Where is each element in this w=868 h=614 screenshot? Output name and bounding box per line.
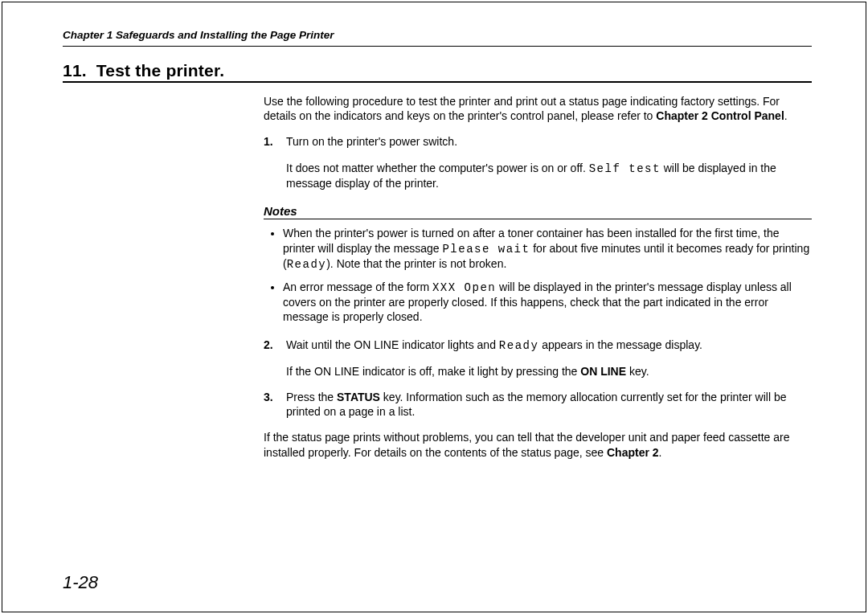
step-1-body: Turn on the printer's power switch. It d… bbox=[286, 134, 812, 190]
step-2-number: 2. bbox=[264, 338, 286, 352]
step-2-line2c: key. bbox=[626, 365, 649, 378]
closing-a: If the status page prints without proble… bbox=[264, 431, 790, 458]
step-2-body: Wait until the ON LINE indicator lights … bbox=[286, 338, 812, 379]
step-1-line2a: It does not matter whether the computer'… bbox=[286, 162, 589, 174]
step-3-body: Press the STATUS key. Information such a… bbox=[286, 390, 812, 419]
intro-text-c: . bbox=[784, 109, 788, 122]
notes-list: When the printer's power is turned on af… bbox=[264, 226, 812, 324]
intro-paragraph: Use the following procedure to test the … bbox=[264, 94, 812, 123]
manual-page: Chapter 1 Safeguards and Installing the … bbox=[0, 0, 868, 614]
step-2-bold: ON LINE bbox=[580, 365, 626, 378]
running-header: Chapter 1 Safeguards and Installing the … bbox=[63, 29, 812, 47]
step-2: 2. Wait until the ON LINE indicator ligh… bbox=[264, 338, 812, 379]
intro-ref-bold: Chapter 2 Control Panel bbox=[656, 109, 784, 122]
step-2-line1a: Wait until the ON LINE indicator lights … bbox=[286, 338, 499, 351]
step-3-bold: STATUS bbox=[337, 391, 380, 403]
note-2-a: An error message of the form bbox=[283, 280, 432, 293]
note-2-mono: XXX Open bbox=[432, 281, 496, 294]
closing-bold: Chapter 2 bbox=[607, 446, 659, 459]
step-2-line2a: If the ON LINE indicator is off, make it… bbox=[286, 365, 580, 378]
step-3-line1: Press the STATUS key. Information such a… bbox=[286, 390, 812, 419]
step-2-mono: Ready bbox=[499, 339, 539, 352]
page-number: 1-28 bbox=[63, 572, 98, 593]
step-1-line2: It does not matter whether the computer'… bbox=[286, 161, 812, 190]
section-title: Test the printer. bbox=[96, 61, 224, 80]
note-1-mono-1: Please wait bbox=[442, 243, 530, 256]
step-2-line1c: appears in the message display. bbox=[538, 338, 702, 351]
closing-paragraph: If the status page prints without proble… bbox=[264, 430, 812, 459]
notes-heading: Notes bbox=[264, 203, 812, 220]
closing-c: . bbox=[659, 446, 662, 459]
section-title-rule: 11.Test the printer. bbox=[63, 61, 812, 83]
step-1-number: 1. bbox=[264, 134, 286, 149]
note-1: When the printer's power is turned on af… bbox=[283, 226, 812, 272]
step-2-line2: If the ON LINE indicator is off, make it… bbox=[286, 364, 812, 379]
note-1-mono-2: Ready bbox=[287, 258, 327, 271]
step-1-mono: Self test bbox=[589, 162, 661, 175]
section-number: 11. bbox=[63, 61, 87, 80]
step-3-line1a: Press the bbox=[286, 391, 337, 403]
step-2-line1: Wait until the ON LINE indicator lights … bbox=[286, 338, 812, 353]
note-2: An error message of the form XXX Open wi… bbox=[283, 280, 812, 325]
step-3-number: 3. bbox=[264, 390, 286, 404]
step-1-line1: Turn on the printer's power switch. bbox=[286, 134, 812, 149]
step-3: 3. Press the STATUS key. Information suc… bbox=[264, 390, 812, 419]
step-1: 1. Turn on the printer's power switch. I… bbox=[264, 134, 812, 190]
note-1-e: ). Note that the printer is not broken. bbox=[326, 257, 506, 270]
body-text: Use the following procedure to test the … bbox=[264, 94, 812, 460]
